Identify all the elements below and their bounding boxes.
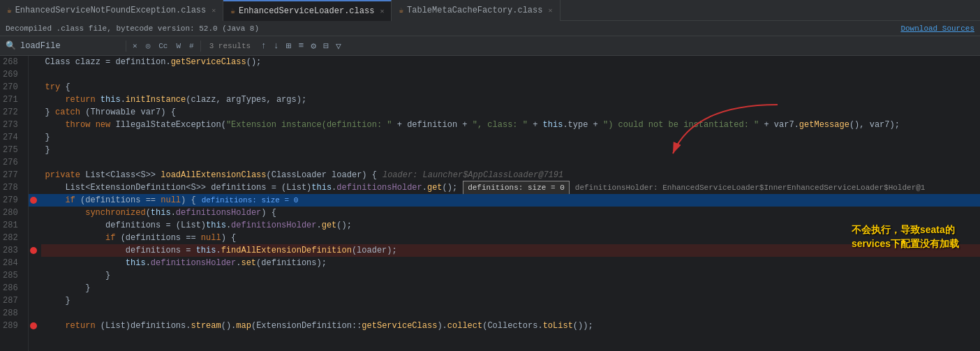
code-line-270: try { [41,81,980,94]
tab-table-meta-cache[interactable]: ☕ TableMetaCacheFactory.class ✕ [392,0,560,21]
regex-button[interactable]: ◎ [144,40,153,51]
code-line-288 [41,307,980,320]
separator [200,40,201,52]
code-line-275: } [41,144,980,156]
word-button[interactable]: W [174,41,183,51]
search-icon: 🔍 [6,40,16,51]
breakpoint-marker [30,322,37,329]
search-input[interactable] [20,41,121,51]
tab-label: TableMetaCacheFactory.class [407,6,542,15]
code-line-274: } [41,131,980,144]
annotation-arrow [652,98,792,181]
code-line-289: return (List)definitions.stream().map(Ex… [41,320,980,332]
expand-button[interactable]: ⊞ [284,40,294,52]
code-content: Class clazz = definition.getServiceClass… [41,56,980,351]
debug-hint-279: definitions: size = 0 [202,194,299,207]
code-line-277: private List<Class<S>> loadAllExtensionC… [41,169,980,181]
tab-bar: ☕ EnhancedServiceNotFoundException.class… [0,0,980,21]
toolbar: 🔍 ✕ ◎ Cc W # 3 results ↑ ↓ ⊞ ≡ ⚙ ⊟ ▽ [0,36,980,56]
close-icon[interactable]: ✕ [211,6,216,15]
nav-buttons: ↑ ↓ ⊞ ≡ ⚙ ⊟ ▽ [259,40,343,52]
code-line-268: Class clazz = definition.getServiceClass… [41,56,980,68]
java-file-icon: ☕ [230,6,235,15]
format-button[interactable]: ≡ [297,40,306,52]
decompiled-info: Decompiled .class file, bytecode version… [6,24,259,33]
filter-icon[interactable]: ⊟ [321,40,331,52]
settings-button[interactable]: ⚙ [309,40,318,52]
code-line-278: List<ExtensionDefinition<S>> definitions… [41,181,980,194]
code-editor: 268 269 270 271 272 273 274 275 276 277 … [0,56,980,351]
code-line-272: } catch (Throwable var7) { [41,106,980,119]
code-line-284: this.definitionsHolder.set(definitions); [41,257,980,269]
code-line-276 [41,156,980,169]
filter-button[interactable]: # [187,41,196,51]
code-line-286: } [41,282,980,294]
funnel-icon[interactable]: ▽ [334,40,343,52]
results-count: 3 results [209,42,251,50]
download-sources-link[interactable]: Download Sources [900,24,974,33]
prev-result-button[interactable]: ↑ [259,40,269,52]
code-line-285: } [41,269,980,282]
java-file-icon: ☕ [399,6,403,15]
case-button[interactable]: Cc [156,41,170,51]
annotation-overlay: 不会执行，导致seata的 services下配置没有加载 [852,223,959,251]
separator [126,40,126,52]
gutter-markers [29,56,41,351]
clear-search-button[interactable]: ✕ [131,40,140,51]
code-line-279: if (definitions == null) { definitions: … [41,194,980,207]
code-line-283: definitions = this.findAllExtensionDefin… [41,244,980,257]
close-icon[interactable]: ✕ [380,7,384,15]
code-line-282: if (definitions == null) { [41,232,980,244]
breakpoint-marker [30,197,37,204]
breakpoint-marker [30,247,37,254]
code-line-280: synchronized(this.definitionsHolder) { [41,207,980,219]
debug-value-definitions: definitions: size = 0 [463,181,570,195]
tab-enhanced-service-loader[interactable]: ☕ EnhancedServiceLoader.class ✕ [223,0,392,21]
line-numbers: 268 269 270 271 272 273 274 275 276 277 … [0,56,29,351]
code-line-281: definitions = (List)this.definitionsHold… [41,219,980,232]
java-file-icon: ☕ [7,6,12,15]
code-line-273: throw new IllegalStateException("Extensi… [41,119,980,131]
tab-enhanced-service-not-found[interactable]: ☕ EnhancedServiceNotFoundException.class… [0,0,223,21]
annotation-text: 不会执行，导致seata的 services下配置没有加载 [852,223,959,251]
close-icon[interactable]: ✕ [548,6,552,15]
info-bar: Decompiled .class file, bytecode version… [0,21,980,36]
next-result-button[interactable]: ↓ [272,40,281,52]
tab-label: EnhancedServiceLoader.class [239,6,374,16]
code-line-269 [41,68,980,81]
tab-label: EnhancedServiceNotFoundException.class [15,6,207,15]
code-line-271: return this.initInstance(clazz, argTypes… [41,94,980,106]
code-line-287: } [41,294,980,307]
